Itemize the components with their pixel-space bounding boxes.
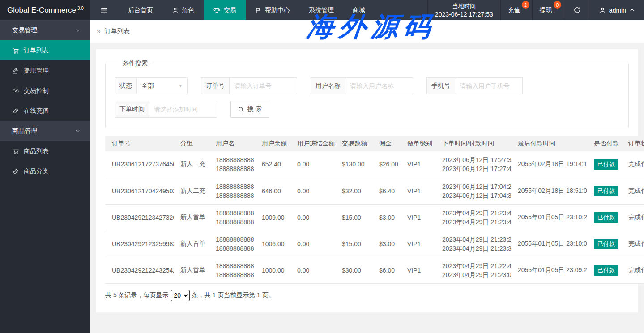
search-button[interactable]: 搜 索	[230, 101, 269, 118]
search-panel-legend: 条件搜索	[118, 60, 152, 68]
search-panel: 条件搜索 状态 全部 ▼ 订单号 用户名称	[105, 60, 629, 128]
order-level: VIP1	[401, 231, 435, 257]
order-username: 1888888888818888888888	[209, 204, 255, 231]
order-no-input[interactable]	[229, 77, 297, 94]
orders-table: 订单号 分组 用户名 用户余额 用户冻结金额 交易数额 佣金 做单级别 下单时间…	[105, 136, 644, 284]
gavel-icon	[12, 67, 19, 74]
sidebar-item-product-list[interactable]: 商品列表	[0, 141, 90, 161]
order-balance: 1009.00	[255, 204, 290, 231]
pagination-bar: 共 5 条记录，每页显示 20 条，共 1 页当前显示第 1 页。	[105, 290, 629, 301]
order-status: 完成付款	[622, 231, 644, 257]
status-select[interactable]: 全部 ▼	[136, 77, 188, 94]
order-list-card: 条件搜索 状态 全部 ▼ 订单号 用户名称	[96, 49, 638, 312]
orders-table-wrap: 订单号 分组 用户名 用户余额 用户冻结金额 交易数额 佣金 做单级别 下单时间…	[105, 136, 629, 284]
nav-item-label: 系统管理	[309, 6, 334, 14]
nav-item-label: 帮助中心	[265, 6, 290, 14]
phone-input[interactable]	[455, 77, 523, 94]
col-level: 做单级别	[401, 136, 435, 151]
nav-item-label: 后台首页	[128, 6, 153, 14]
order-username: 1888888888818888888888	[209, 257, 255, 283]
nav-item-system[interactable]: 系统管理	[299, 0, 343, 20]
recharge-button[interactable]: 充值 2	[500, 0, 532, 20]
pagination-suffix: 条，共 1 页当前显示第 1 页。	[192, 291, 275, 299]
order-balance: 646.00	[255, 178, 290, 204]
username-field: 用户名称	[311, 77, 413, 94]
nav-item-help-center[interactable]: 帮助中心	[246, 0, 299, 20]
chevron-down-icon	[75, 27, 81, 33]
order-level: VIP1	[401, 151, 435, 178]
nav-item-home[interactable]: 后台首页	[119, 0, 162, 20]
nav-item-mall[interactable]: 商城	[343, 0, 375, 20]
breadcrumb: » 订单列表	[90, 20, 644, 43]
sidebar-group-label: 商品管理	[12, 127, 37, 135]
username-input[interactable]	[345, 77, 413, 94]
sidebar-group-trade-management[interactable]: 交易管理	[0, 20, 90, 40]
link-icon	[12, 107, 19, 115]
nav-item-roles[interactable]: 角色	[162, 0, 204, 20]
chevron-up-icon	[629, 7, 635, 13]
local-time: 当地时间 2023-06-12 17:27:53	[427, 0, 500, 20]
username: admin	[609, 7, 626, 14]
recharge-count-badge: 2	[522, 1, 529, 9]
phone-field: 手机号	[426, 77, 523, 94]
sidebar-item-online-recharge[interactable]: 在线充值	[0, 101, 90, 121]
recharge-label: 充值	[508, 6, 520, 14]
nav-item-label: 交易	[224, 6, 236, 14]
order-group: 新人二充	[174, 178, 209, 204]
withdraw-button[interactable]: 提现 0	[532, 0, 564, 20]
order-balance: 1006.00	[255, 231, 290, 257]
order-paid: 已付款	[587, 231, 622, 257]
top-header: Global E-Commerce 3.0 后台首页 角色 交易	[0, 0, 644, 20]
order-level: VIP1	[401, 257, 435, 283]
status-select-value: 全部	[141, 82, 154, 90]
username-label: 用户名称	[311, 77, 345, 94]
sidebar-item-order-list[interactable]: 订单列表	[0, 40, 90, 60]
main-nav: 后台首页 角色 交易 帮助中心 系统管理 商城	[90, 0, 375, 20]
col-username: 用户名	[209, 136, 255, 151]
order-time-input[interactable]	[149, 101, 217, 118]
sidebar-item-trade-control[interactable]: 交易控制	[0, 81, 90, 101]
sidebar-item-label: 商品列表	[24, 147, 49, 155]
sidebar-item-label: 提现管理	[24, 67, 49, 75]
sidebar-item-withdraw-management[interactable]: 提现管理	[0, 60, 90, 81]
user-icon	[599, 7, 606, 13]
page-size-select[interactable]: 20	[171, 290, 190, 301]
sidebar-collapse-toggle[interactable]	[90, 0, 119, 20]
order-frozen: 0.00	[290, 151, 335, 178]
sidebar-item-product-category[interactable]: 商品分类	[0, 161, 90, 181]
local-time-value: 2023-06-12 17:27:53	[435, 10, 493, 19]
paid-badge: 已付款	[594, 186, 618, 196]
order-status: 完成付款	[622, 178, 644, 204]
orders-header-row: 订单号 分组 用户名 用户余额 用户冻结金额 交易数额 佣金 做单级别 下单时间…	[105, 136, 644, 151]
local-time-label: 当地时间	[452, 2, 476, 10]
order-username: 1888888888818888888888	[209, 151, 255, 178]
order-row: UB2304292122432542 新人首单 1888888888818888…	[105, 257, 644, 283]
order-no: UB2306121727376450	[105, 151, 174, 178]
order-group: 新人首单	[174, 231, 209, 257]
order-group: 新人二充	[174, 151, 209, 178]
user-menu[interactable]: admin	[590, 0, 644, 20]
search-row-1: 状态 全部 ▼ 订单号 用户名称 手	[115, 77, 619, 94]
refresh-button[interactable]	[564, 0, 590, 20]
nav-item-trade[interactable]: 交易	[204, 0, 246, 20]
gauge-icon	[12, 87, 19, 94]
order-commission: $3.00	[372, 231, 401, 257]
order-last-pay: 2055年02月18日 18:51:03	[511, 178, 587, 204]
app-version: 3.0	[77, 6, 84, 11]
order-commission: $6.40	[372, 178, 401, 204]
order-row: UB2306121704249503 新人二充 1888888888818888…	[105, 178, 644, 204]
col-status: 订单状态	[622, 136, 644, 151]
order-paid: 已付款	[587, 257, 622, 283]
order-commission: $6.00	[372, 257, 401, 283]
order-amount: $30.00	[335, 257, 372, 283]
col-balance: 用户余额	[255, 136, 290, 151]
order-times: 2023年06月12日 17:04:242023年06月12日 17:04:38	[435, 178, 511, 204]
order-no-label: 订单号	[201, 77, 229, 94]
sidebar-group-product-management[interactable]: 商品管理	[0, 121, 90, 141]
order-no: UB2306121704249503	[105, 178, 174, 204]
flag-icon	[255, 7, 262, 13]
order-frozen: 0.00	[290, 204, 335, 231]
col-order-no: 订单号	[105, 136, 174, 151]
status-label: 状态	[115, 77, 136, 94]
order-times: 2023年04月29日 21:22:432023年04月29日 21:23:05	[435, 257, 511, 283]
